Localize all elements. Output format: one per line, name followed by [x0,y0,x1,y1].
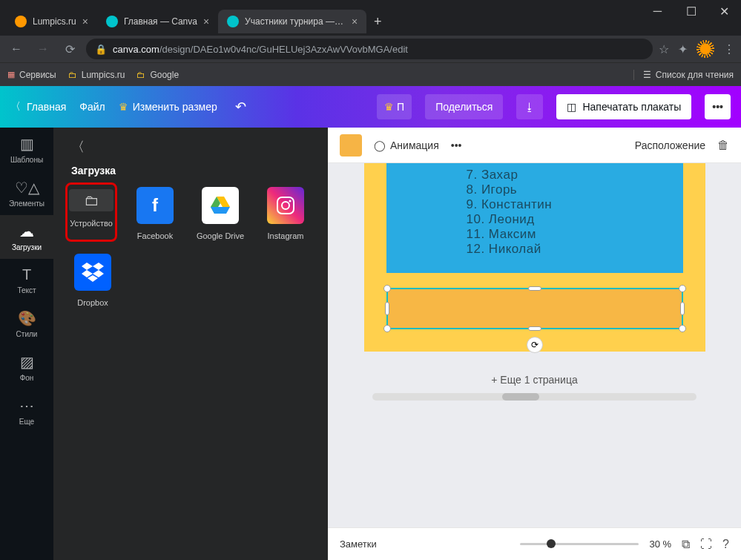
workspace[interactable]: 7. Захар 8. Игорь 9. Константин 10. Леон… [328,163,741,527]
forward-button[interactable]: → [33,42,53,56]
resize-handle[interactable] [679,325,686,332]
menu-icon[interactable]: ⋮ [723,42,735,56]
sidebar-uploads[interactable]: ☁Загрузки [0,215,53,259]
rotate-handle[interactable]: ⟳ [527,337,543,353]
poster-page[interactable]: 7. Захар 8. Игорь 9. Константин 10. Леон… [364,163,705,352]
resize-handle[interactable] [385,302,389,315]
share-button[interactable]: Поделиться [425,94,503,119]
resize-handle[interactable] [528,326,541,331]
sidebar-background[interactable]: ▨Фон [0,346,53,389]
bookmark-lumpics[interactable]: 🗀Lumpics.ru [68,70,125,80]
animation-button[interactable]: ◯Анимация [374,139,439,151]
resize-handle[interactable] [528,286,541,291]
reading-list[interactable]: ☰Список для чтения [633,70,734,80]
close-icon[interactable]: × [203,16,209,27]
print-button[interactable]: ◫Напечатать плакаты [556,94,691,119]
sidebar-elements[interactable]: ♡△Элементы [0,171,53,215]
apps-icon: ▦ [7,70,15,79]
source-dropbox[interactable]: Dropbox [67,254,119,307]
source-facebook[interactable]: f Facebook [129,187,181,240]
close-icon[interactable]: × [352,16,358,27]
poster-icon: ◫ [567,101,576,113]
participants-box[interactable]: 7. Захар 8. Игорь 9. Константин 10. Леон… [386,163,683,273]
url-input[interactable]: 🔒 canva.com/design/DAEo1w0v4nc/GuHELUej3… [86,39,653,59]
fill-color[interactable] [340,134,362,157]
publish-trunc-button[interactable]: ♛ П [377,94,412,119]
resize-handle[interactable] [383,325,391,332]
motion-icon: ◯ [374,139,386,151]
dots-icon: ⋯ [19,397,34,415]
source-gdrive[interactable]: Google Drive [194,187,246,240]
browser-tabbar: Lumpics.ru × Главная — Canva × Участники… [0,7,741,36]
sidebar-more[interactable]: ⋯Еще [0,389,53,433]
list-item: 8. Игорь [401,182,668,197]
instagram-icon [267,187,304,224]
templates-icon: ▥ [20,135,34,153]
sidebar-styles[interactable]: 🎨Стили [0,302,53,346]
more-button[interactable]: ••• [705,94,731,119]
resize-handle[interactable] [680,302,685,315]
bookmark-google[interactable]: 🗀Google [136,70,179,80]
window-maximize[interactable]: ☐ [674,0,708,22]
gdrive-icon [202,187,239,224]
list-item: 7. Захар [401,168,668,182]
text-icon: T [22,266,31,283]
new-tab-button[interactable]: + [374,14,382,30]
side-nav: ▥Шаблоны ♡△Элементы ☁Загрузки TТекст 🎨Ст… [0,128,53,560]
panel-back-button[interactable]: 〈 [71,138,85,156]
zoom-slider[interactable] [520,543,639,545]
crown-icon: ♛ [119,101,128,113]
home-button[interactable]: 〈Главная [10,100,66,113]
chevron-left-icon: 〈 [10,100,21,113]
extension-icon[interactable]: ✦ [678,42,688,56]
add-page-button[interactable]: + Еще 1 страница [350,352,719,393]
window-close[interactable]: ✕ [708,0,741,22]
selected-rectangle[interactable]: ⟳ [386,288,683,329]
fullscreen-icon[interactable]: ⛶ [700,538,712,551]
tab-lumpics[interactable]: Lumpics.ru × [6,10,97,33]
url-path: /design/DAEo1w0v4nc/GuHELUej3AzxAwVVovbM… [159,44,408,55]
source-instagram[interactable]: Instagram [260,187,312,240]
svg-marker-2 [211,207,230,214]
palette-icon: 🎨 [18,309,36,327]
pages-icon[interactable]: ⧉ [682,538,690,551]
file-menu[interactable]: Файл [79,101,105,113]
svg-rect-3 [277,197,294,214]
source-device[interactable]: 🗀 Устройство [65,182,117,242]
position-button[interactable]: Расположение [635,139,705,151]
window-minimize[interactable]: ─ [641,0,674,22]
notes-button[interactable]: Заметки [340,538,377,550]
download-button[interactable]: ⭳ [516,94,543,119]
resize-button[interactable]: ♛Изменить размер [119,101,217,113]
favicon-icon [15,16,27,27]
crown-icon: ♛ [384,101,394,113]
address-bar: ← → ⟳ 🔒 canva.com/design/DAEo1w0v4nc/GuH… [0,36,741,62]
star-icon[interactable]: ☆ [659,42,669,56]
close-icon[interactable]: × [82,16,88,27]
dropbox-icon [74,254,111,291]
tab-label: Участники турнира — Плакат [245,16,346,27]
profile-avatar[interactable] [696,40,714,58]
cloud-icon: ☁ [19,223,34,240]
svg-marker-6 [82,263,93,270]
download-icon: ⭳ [524,101,535,113]
favicon-icon [106,16,118,27]
hatch-icon: ▨ [20,353,34,371]
bookmark-services[interactable]: ▦Сервисы [7,70,56,80]
back-button[interactable]: ← [6,42,27,56]
folder-icon: 🗀 [69,189,113,211]
resize-handle[interactable] [679,285,686,292]
sidebar-templates[interactable]: ▥Шаблоны [0,128,53,171]
help-icon[interactable]: ? [722,538,729,551]
svg-point-5 [289,200,292,202]
reload-button[interactable]: ⟳ [59,42,80,56]
undo-button[interactable]: ↶ [235,99,246,115]
more-options[interactable]: ••• [451,139,462,151]
delete-button[interactable]: 🗑 [717,139,729,152]
context-toolbar: ◯Анимация ••• Расположение 🗑 [328,128,741,163]
resize-handle[interactable] [383,285,391,292]
sidebar-text[interactable]: TТекст [0,259,53,302]
tab-canva-poster[interactable]: Участники турнира — Плакат × [218,10,366,33]
tab-canva-home[interactable]: Главная — Canva × [97,10,218,33]
horizontal-scrollbar[interactable] [350,393,719,403]
